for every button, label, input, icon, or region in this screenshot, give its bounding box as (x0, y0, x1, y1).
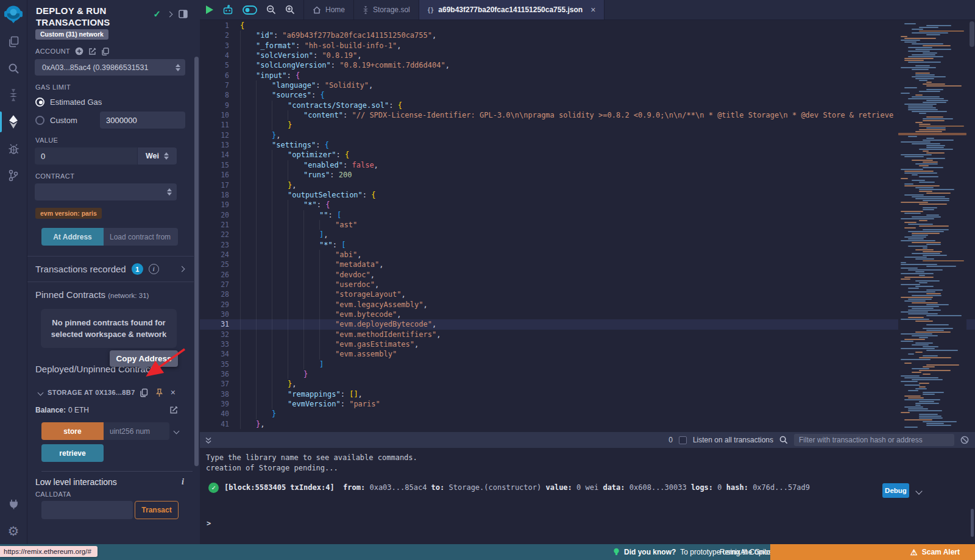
code-line[interactable]: 34"evm.assembly" (200, 349, 975, 359)
code-line[interactable]: 23"*": [ (200, 240, 975, 250)
terminal-filter-input[interactable] (794, 434, 954, 446)
store-arg-input[interactable] (104, 422, 169, 440)
tab-build-info-json[interactable]: {} a69b43f277ba20fcac141151250ca755.json… (419, 0, 605, 19)
chevron-down-icon[interactable] (38, 389, 44, 395)
code-line[interactable]: 27"userdoc", (200, 280, 975, 289)
expand-tx-icon[interactable] (916, 487, 921, 495)
terminal[interactable]: Type the library name to see available c… (200, 448, 975, 544)
edit-balance-icon[interactable] (169, 406, 178, 414)
stepper-icon[interactable] (176, 64, 180, 71)
copy-address-icon[interactable] (140, 388, 148, 397)
remove-contract-icon[interactable]: × (171, 388, 176, 397)
code-line[interactable]: 24"abi", (200, 250, 975, 260)
value-unit-select[interactable]: Wei (137, 147, 177, 165)
code-line[interactable]: 19"*": { (200, 200, 975, 210)
chevron-right-icon[interactable] (179, 266, 185, 272)
code-line[interactable]: 7"language": "Solidity", (200, 80, 975, 90)
tab-home[interactable]: Home (304, 0, 354, 19)
code-line[interactable]: 13"settings": { (200, 140, 975, 150)
transactions-recorded-row[interactable]: Transactions recorded 1 i (27, 257, 194, 282)
code-line[interactable]: 1{ (200, 21, 975, 30)
code-line[interactable]: 28"storageLayout", (200, 289, 975, 299)
debug-button[interactable]: Debug (882, 483, 909, 498)
editor-minimap[interactable] (898, 20, 966, 432)
expand-terminal-icon[interactable] (205, 436, 212, 444)
code-line[interactable]: 11} (200, 120, 975, 130)
terminal-prompt[interactable]: > (207, 519, 211, 528)
edit-account-icon[interactable] (88, 48, 96, 55)
file-explorer-icon[interactable] (0, 28, 27, 55)
at-address-button[interactable]: At Address (41, 228, 104, 246)
code-line[interactable]: 33"evm.gasEstimates", (200, 339, 975, 349)
code-line[interactable]: 25"metadata", (200, 260, 975, 269)
code-line[interactable]: 4"solcVersion": "0.8.19", (200, 51, 975, 60)
code-editor[interactable]: 1{2"id": "a69b43f277ba20fcac141151250ca7… (200, 20, 975, 432)
listen-checkbox[interactable] (679, 436, 687, 444)
stepper-icon[interactable] (167, 188, 172, 196)
scam-alert-button[interactable]: ⚠ Scam Alert (770, 544, 975, 560)
info-icon[interactable]: i (149, 264, 159, 274)
code-line[interactable]: 32"evm.methodIdentifiers", (200, 330, 975, 339)
code-line[interactable]: 35] (200, 360, 975, 369)
code-line[interactable]: 22], (200, 230, 975, 239)
terminal-tx-row[interactable]: ✓ [block:5583405 txIndex:4] from: 0xa03.… (208, 482, 853, 493)
code-line[interactable]: 39"evmVersion": "paris" (200, 399, 975, 409)
code-line[interactable]: 2"id": "a69b43f277ba20fcac141151250ca755… (200, 30, 975, 40)
code-line[interactable]: 36} (200, 369, 975, 379)
panel-scrollbar[interactable] (194, 0, 200, 544)
stepper-icon[interactable] (164, 152, 169, 160)
pin-icon[interactable] (155, 388, 163, 397)
code-line[interactable]: 12}, (200, 130, 975, 140)
chevron-right-icon[interactable] (167, 11, 173, 17)
code-line[interactable]: 21"ast" (200, 220, 975, 230)
remix-logo-icon[interactable] (0, 0, 27, 28)
terminal-scrollbar-thumb[interactable] (971, 509, 974, 537)
code-line[interactable]: 3"_format": "hh-sol-build-info-1", (200, 41, 975, 51)
zoom-out-icon[interactable] (266, 5, 276, 15)
code-line[interactable]: 29"evm.legacyAssembly", (200, 300, 975, 310)
toggle-icon[interactable] (243, 5, 257, 15)
code-line[interactable]: 18"outputSelection": { (200, 190, 975, 200)
debugger-bug-icon[interactable] (0, 135, 27, 162)
terminal-search-icon[interactable] (779, 436, 788, 444)
code-line[interactable]: 30"evm.bytecode", (200, 310, 975, 319)
deploy-run-icon[interactable] (0, 108, 27, 135)
ai-robot-icon[interactable] (222, 5, 233, 15)
code-line[interactable]: 6"input": { (200, 71, 975, 80)
code-line[interactable]: 8"sources": { (200, 90, 975, 100)
custom-gas-input[interactable] (100, 112, 185, 129)
solidity-compiler-icon[interactable] (0, 82, 27, 108)
columns-icon[interactable] (179, 10, 188, 18)
code-line[interactable]: 38"remappings": [], (200, 389, 975, 399)
play-icon[interactable] (206, 5, 213, 14)
store-button[interactable]: store (41, 422, 104, 440)
code-line[interactable]: 17}, (200, 180, 975, 190)
code-line[interactable]: 41}, (200, 419, 975, 429)
code-line[interactable]: 37}, (200, 379, 975, 389)
settings-gear-icon[interactable]: ⚙ (0, 517, 27, 544)
calldata-input[interactable] (41, 501, 133, 519)
estimated-gas-radio[interactable] (35, 97, 44, 107)
expand-args-icon[interactable] (174, 428, 180, 434)
code-line[interactable]: 26"devdoc", (200, 270, 975, 280)
code-line[interactable]: 15"enabled": false, (200, 160, 975, 170)
close-tab-icon[interactable]: × (590, 5, 595, 15)
value-input[interactable] (35, 147, 137, 165)
code-line[interactable]: 20"": [ (200, 210, 975, 220)
code-line[interactable]: 14"optimizer": { (200, 150, 975, 160)
code-line[interactable]: 10"content": "// SPDX-License-Identifier… (200, 110, 975, 120)
code-line[interactable]: 40} (200, 409, 975, 419)
code-line[interactable]: 16"runs": 200 (200, 170, 975, 180)
tab-storage-sol[interactable]: Storage.sol (354, 0, 419, 19)
plugin-manager-icon[interactable] (0, 491, 27, 517)
code-line[interactable]: 5"solcLongVersion": "0.8.19+commit.7dd6d… (200, 60, 975, 70)
copy-account-icon[interactable] (101, 48, 109, 55)
contract-select[interactable] (35, 183, 177, 200)
scrollbar-thumb[interactable] (194, 57, 199, 466)
code-line[interactable]: 31"evm.deployedBytecode", (200, 319, 975, 329)
custom-gas-radio[interactable] (35, 116, 44, 125)
transact-button[interactable]: Transact (135, 501, 179, 519)
git-branch-icon[interactable] (0, 162, 27, 189)
add-account-icon[interactable] (75, 47, 83, 55)
search-icon[interactable] (0, 55, 27, 82)
